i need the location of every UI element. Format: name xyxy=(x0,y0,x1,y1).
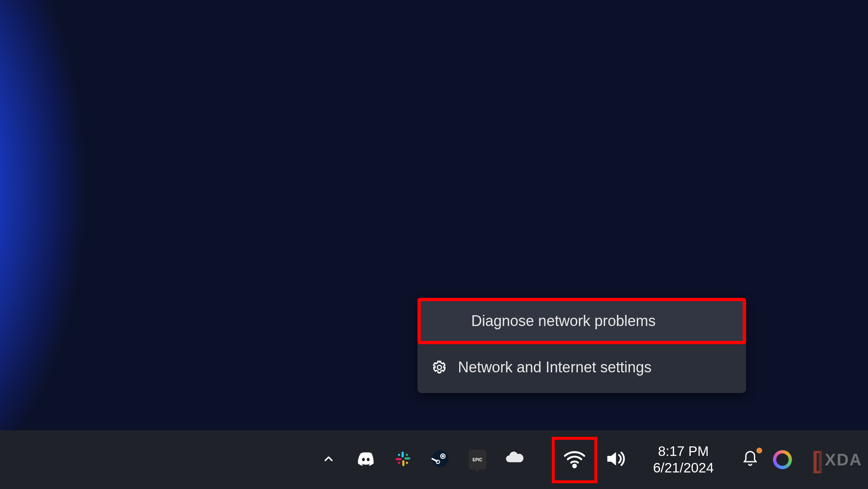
clock-time: 8:17 PM xyxy=(658,443,709,460)
volume-icon xyxy=(603,447,627,472)
watermark-text: XDA xyxy=(825,451,862,469)
steam-tray-icon[interactable] xyxy=(430,449,451,470)
slack-tray-icon[interactable] xyxy=(393,449,413,470)
onedrive-tray-icon[interactable] xyxy=(504,449,525,470)
copilot-button[interactable] xyxy=(772,449,793,470)
wifi-icon xyxy=(563,448,586,472)
network-context-menu: Diagnose network problems Network and In… xyxy=(417,298,746,393)
diagnose-network-menu-item[interactable]: Diagnose network problems xyxy=(417,298,746,344)
taskbar-clock[interactable]: 8:17 PM 6/21/2024 xyxy=(653,430,714,489)
notification-area xyxy=(740,430,793,489)
tray-overflow-button[interactable] xyxy=(318,449,339,470)
steam-icon xyxy=(431,450,449,470)
gear-icon xyxy=(432,360,447,375)
svg-point-5 xyxy=(398,454,400,456)
bracket-right-icon: ] xyxy=(815,446,823,474)
svg-point-11 xyxy=(442,455,444,458)
svg-point-9 xyxy=(432,451,448,467)
network-settings-menu-item[interactable]: Network and Internet settings xyxy=(420,344,744,391)
svg-rect-4 xyxy=(396,458,402,460)
copilot-icon xyxy=(773,450,792,469)
svg-rect-2 xyxy=(405,458,410,460)
svg-point-13 xyxy=(573,465,576,467)
wifi-tray-button[interactable] xyxy=(552,437,597,483)
svg-rect-3 xyxy=(402,460,404,466)
svg-rect-1 xyxy=(402,452,404,458)
volume-tray-button[interactable] xyxy=(603,430,627,489)
taskbar: EPIC xyxy=(0,430,868,489)
bell-icon xyxy=(742,450,759,469)
clock-date: 6/21/2024 xyxy=(653,460,714,476)
svg-point-8 xyxy=(398,462,400,464)
chevron-up-icon xyxy=(322,452,335,467)
slack-icon xyxy=(394,450,412,469)
epic-games-icon: EPIC xyxy=(469,450,486,470)
menu-item-label: Network and Internet settings xyxy=(458,359,651,376)
epic-games-tray-icon[interactable]: EPIC xyxy=(467,449,488,470)
onedrive-icon xyxy=(504,448,525,471)
notifications-button[interactable] xyxy=(740,449,761,470)
svg-point-7 xyxy=(406,462,408,464)
discord-tray-icon[interactable] xyxy=(355,449,376,470)
menu-item-label: Diagnose network problems xyxy=(432,312,656,330)
notification-badge xyxy=(756,448,762,453)
xda-watermark: [ ] XDA xyxy=(812,446,864,474)
system-tray: EPIC xyxy=(318,430,525,489)
svg-point-6 xyxy=(406,454,408,456)
discord-icon xyxy=(356,449,375,470)
svg-point-0 xyxy=(437,365,441,369)
